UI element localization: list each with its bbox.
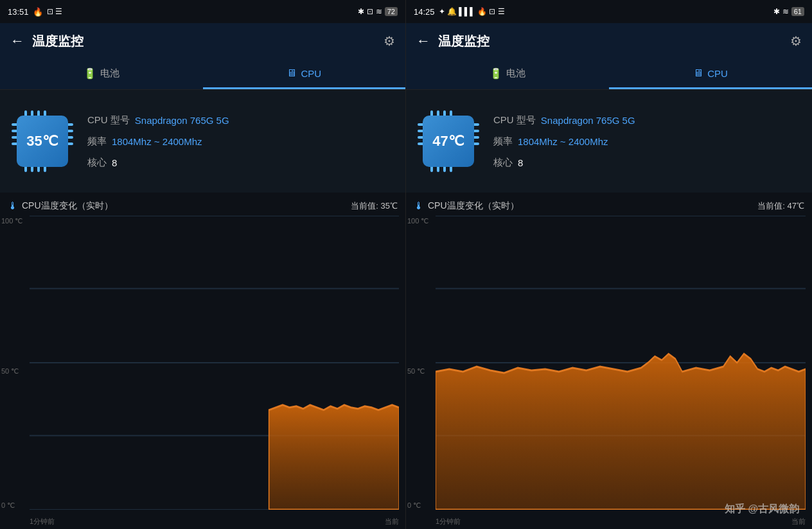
svg-marker-11 <box>436 354 806 510</box>
right-chart-current: 当前值: 47℃ <box>757 200 804 212</box>
left-bluetooth-icon: ✱ <box>358 7 364 16</box>
left-chart-container: 100 ℃ 50 ℃ 0 ℃ 1分钟前 当前 <box>0 216 405 529</box>
right-cpu-freq-row: 频率 1804Mhz ~ 2400Mhz <box>493 135 802 148</box>
left-notif-icons: ⊡ ☰ <box>47 7 62 16</box>
right-chart-x-start: 1分钟前 <box>436 517 461 526</box>
right-status-bar: 14:25 ✦ 🔔 ▌▌▌ 🔥 ⊡ ☰ ✱ ≋ 61 <box>406 0 812 23</box>
left-time: 13:51 <box>8 7 29 17</box>
right-back-button[interactable]: ← <box>416 33 430 49</box>
right-chart-y-100: 100 ℃ <box>407 217 428 225</box>
right-status-icons: ✦ 🔔 ▌▌▌ 🔥 ⊡ ☰ <box>439 7 505 16</box>
left-tab-bar: 🔋 电池 🖥 CPU <box>0 59 405 90</box>
left-cpu-cores-label: 核心 <box>87 157 107 169</box>
right-time: 14:25 <box>414 7 435 17</box>
right-cpu-temp-display: 47℃ <box>423 116 474 167</box>
right-tab-bar: 🔋 电池 🖥 CPU <box>406 59 812 90</box>
left-cpu-freq-label: 频率 <box>87 135 107 148</box>
right-bluetooth-icon: ✱ <box>773 7 780 16</box>
svg-marker-5 <box>269 405 399 510</box>
left-chart-title: 🌡 CPU温度变化（实时） <box>8 200 113 212</box>
left-battery-tab-label: 电池 <box>100 67 119 80</box>
left-cpu-details: CPU 型号 Snapdragon 765G 5G 频率 1804Mhz ~ 2… <box>87 114 395 169</box>
left-wifi-icon: ≋ <box>376 7 382 16</box>
left-chart-current: 当前值: 35℃ <box>351 200 398 212</box>
right-panel: 14:25 ✦ 🔔 ▌▌▌ 🔥 ⊡ ☰ ✱ ≋ 61 ← 温度监控 ⚙ 🔋 电池 <box>406 0 812 529</box>
left-cpu-freq-row: 频率 1804Mhz ~ 2400Mhz <box>87 135 395 148</box>
right-cpu-chip: 47℃ <box>416 109 481 173</box>
right-cpu-info: 47℃ CPU 型号 Snapdragon 765G 5G 频率 1804Mhz… <box>406 90 812 193</box>
left-back-button[interactable]: ← <box>10 33 24 49</box>
right-header-title: 温度监控 <box>438 33 490 50</box>
left-cpu-cores-value: 8 <box>112 157 117 168</box>
left-chart-title-text: CPU温度变化（实时） <box>22 200 113 212</box>
left-cpu-tab-label: CPU <box>301 68 321 79</box>
left-panel: 13:51 🔥 ⊡ ☰ ✱ ⊡ ≋ 72 ← 温度监控 ⚙ 🔋 电池 🖥 CPU <box>0 0 406 529</box>
left-status-right: ✱ ⊡ ≋ 72 <box>358 7 398 16</box>
right-chart-title: 🌡 CPU温度变化（实时） <box>414 200 519 212</box>
right-chart-current-label: 当前值: <box>757 201 785 211</box>
left-cpu-model-label: CPU 型号 <box>87 114 130 126</box>
right-chart-y-0: 0 ℃ <box>407 501 421 510</box>
left-flame-icon: 🔥 <box>33 7 43 17</box>
left-signal-icon: ⊡ <box>367 7 373 16</box>
right-chart-x-end: 当前 <box>791 517 806 526</box>
left-status-left: 13:51 🔥 ⊡ ☰ <box>8 7 62 17</box>
right-tab-battery[interactable]: 🔋 电池 <box>406 59 609 89</box>
right-status-left: 14:25 ✦ 🔔 ▌▌▌ 🔥 ⊡ ☰ <box>414 7 505 17</box>
left-tab-battery[interactable]: 🔋 电池 <box>0 59 203 89</box>
left-thermometer-icon: 🌡 <box>8 200 18 212</box>
right-chart-header: 🌡 CPU温度变化（实时） 当前值: 47℃ <box>406 200 812 216</box>
left-chart-svg <box>30 216 399 510</box>
right-panel-wrapper: 14:25 ✦ 🔔 ▌▌▌ 🔥 ⊡ ☰ ✱ ≋ 61 ← 温度监控 ⚙ 🔋 电池 <box>406 0 812 529</box>
left-chart-current-value: 35℃ <box>381 201 398 211</box>
right-battery-tab-icon: 🔋 <box>490 67 502 80</box>
right-cpu-tab-icon: 🖥 <box>693 67 703 79</box>
left-header-title: 温度监控 <box>32 33 84 50</box>
left-chart-y-100: 100 ℃ <box>1 217 22 225</box>
right-cpu-details: CPU 型号 Snapdragon 765G 5G 频率 1804Mhz ~ 2… <box>493 114 802 169</box>
right-tab-cpu[interactable]: 🖥 CPU <box>609 59 812 89</box>
left-chart-x-start: 1分钟前 <box>30 517 55 526</box>
left-settings-button[interactable]: ⚙ <box>384 33 395 49</box>
right-cpu-freq-label: 频率 <box>493 135 513 148</box>
right-cpu-temperature: 47℃ <box>432 133 464 150</box>
right-chart-svg <box>436 216 806 510</box>
left-chart-section: 🌡 CPU温度变化（实时） 当前值: 35℃ 100 ℃ 50 ℃ 0 ℃ 1分… <box>0 193 405 529</box>
left-chart-x-end: 当前 <box>385 517 399 526</box>
right-cpu-model-label: CPU 型号 <box>493 114 536 126</box>
left-status-bar: 13:51 🔥 ⊡ ☰ ✱ ⊡ ≋ 72 <box>0 0 405 23</box>
right-chart-title-text: CPU温度变化（实时） <box>428 200 519 212</box>
left-cpu-temp-display: 35℃ <box>17 116 68 167</box>
left-chart-y-0: 0 ℃ <box>1 501 15 510</box>
left-cpu-model-value: Snapdragon 765G 5G <box>135 115 229 126</box>
left-cpu-temperature: 35℃ <box>26 133 58 150</box>
left-cpu-info: 35℃ CPU 型号 Snapdragon 765G 5G 频率 1804Mhz… <box>0 90 405 193</box>
right-chart-section: 🌡 CPU温度变化（实时） 当前值: 47℃ 100 ℃ 50 ℃ 0 ℃ 1分… <box>406 193 812 529</box>
left-chart-header: 🌡 CPU温度变化（实时） 当前值: 35℃ <box>0 200 405 216</box>
right-battery-tab-label: 电池 <box>506 67 525 80</box>
right-header-left: ← 温度监控 <box>416 33 490 50</box>
right-wifi-icon: ≋ <box>782 7 789 16</box>
left-cpu-chip: 35℃ <box>10 109 75 173</box>
right-chart-container: 100 ℃ 50 ℃ 0 ℃ 1分钟前 当前 <box>406 216 812 529</box>
right-cpu-freq-value: 1804Mhz ~ 2400Mhz <box>518 136 608 147</box>
right-cpu-cores-row: 核心 8 <box>493 157 802 169</box>
right-chart-y-50: 50 ℃ <box>407 367 425 376</box>
left-battery-tab-icon: 🔋 <box>84 67 96 80</box>
right-settings-button[interactable]: ⚙ <box>790 33 802 49</box>
right-battery: 61 <box>791 7 804 16</box>
left-chart-y-50: 50 ℃ <box>1 367 19 376</box>
left-cpu-tab-icon: 🖥 <box>287 67 297 79</box>
right-cpu-cores-value: 8 <box>518 157 523 168</box>
left-app-header: ← 温度监控 ⚙ <box>0 23 405 59</box>
right-cpu-tab-label: CPU <box>707 68 728 79</box>
left-cpu-cores-row: 核心 8 <box>87 157 395 169</box>
right-thermometer-icon: 🌡 <box>414 200 424 212</box>
right-cpu-model-row: CPU 型号 Snapdragon 765G 5G <box>493 114 802 126</box>
left-tab-cpu[interactable]: 🖥 CPU <box>203 59 406 89</box>
right-app-header: ← 温度监控 ⚙ <box>406 23 812 59</box>
left-battery: 72 <box>385 7 398 16</box>
right-cpu-model-value: Snapdragon 765G 5G <box>541 115 635 126</box>
left-cpu-model-row: CPU 型号 Snapdragon 765G 5G <box>87 114 395 126</box>
left-chart-current-label: 当前值: <box>351 201 378 211</box>
